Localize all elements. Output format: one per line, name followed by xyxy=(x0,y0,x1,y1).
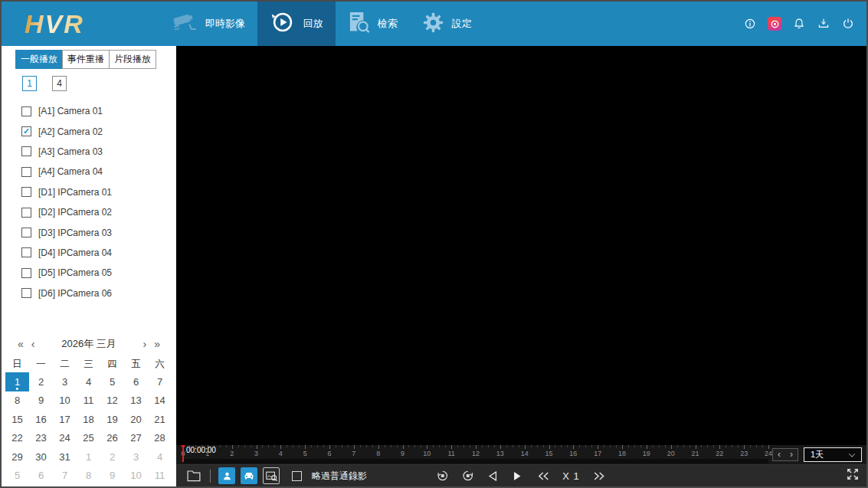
calendar-day[interactable]: 24 xyxy=(53,429,77,448)
camera-checkbox[interactable] xyxy=(21,106,31,116)
seek-forward-circle-icon[interactable] xyxy=(461,470,473,482)
camera-item[interactable]: [D5] IPCamera 05 xyxy=(2,263,176,283)
play-button[interactable] xyxy=(511,470,522,482)
calendar-day[interactable]: 20 xyxy=(124,410,148,429)
calendar-day[interactable]: 4 xyxy=(148,447,172,467)
calendar-day[interactable]: 9 xyxy=(100,467,124,486)
camera-checkbox[interactable] xyxy=(21,268,31,278)
fast-forward-button[interactable] xyxy=(593,470,607,482)
camera-checkbox[interactable] xyxy=(21,167,31,177)
reverse-play-button[interactable] xyxy=(486,470,498,482)
calendar-day[interactable]: 25 xyxy=(77,429,100,448)
layout-1-button[interactable]: 1 xyxy=(22,76,37,91)
calendar-day[interactable]: 30 xyxy=(29,447,53,467)
calendar-day[interactable]: 27 xyxy=(124,429,148,448)
nav-search[interactable]: 檢索 xyxy=(336,2,410,46)
calendar-day[interactable]: 7 xyxy=(148,372,172,391)
timeline-next-button[interactable]: › xyxy=(785,449,798,460)
calendar-day[interactable]: 23 xyxy=(29,429,53,448)
camera-item[interactable]: [D2] IPCamera 02 xyxy=(2,202,176,222)
layout-4-button[interactable]: 4 xyxy=(52,76,67,91)
calendar-day[interactable]: 1 xyxy=(77,447,100,467)
video-display-pane[interactable] xyxy=(176,46,866,445)
camera-checkbox[interactable] xyxy=(21,187,31,197)
calendar-day[interactable]: 6 xyxy=(124,372,148,391)
calendar-day[interactable]: 6 xyxy=(29,467,53,486)
calendar-day[interactable]: 8 xyxy=(77,467,100,486)
image-search-button[interactable] xyxy=(263,467,280,484)
camera-checkbox[interactable] xyxy=(21,208,31,218)
tab-event-replay[interactable]: 事件重播 xyxy=(62,50,110,69)
person-filter-button[interactable] xyxy=(218,467,235,484)
calendar-day[interactable]: 18 xyxy=(77,410,100,429)
calendar-day[interactable]: 31 xyxy=(53,447,77,467)
seek-back-circle-icon[interactable] xyxy=(436,470,448,482)
camera-checkbox[interactable] xyxy=(21,228,31,237)
camera-item[interactable]: [D4] IPCamera 04 xyxy=(2,243,176,263)
fullscreen-button[interactable] xyxy=(847,468,859,483)
calendar-day[interactable]: 7 xyxy=(53,467,77,486)
calendar-day[interactable]: 2 xyxy=(100,447,124,467)
calendar-day[interactable]: 22 xyxy=(5,429,29,448)
calendar-day[interactable]: 2 xyxy=(29,372,53,391)
camera-checkbox[interactable] xyxy=(21,288,31,298)
calendar-day[interactable]: 19 xyxy=(100,410,124,429)
power-icon[interactable] xyxy=(840,16,856,31)
info-icon[interactable] xyxy=(742,16,758,31)
prev-month-button[interactable]: ‹ xyxy=(28,336,39,352)
tab-clip-playback[interactable]: 片段播放 xyxy=(109,50,156,69)
calendar-day[interactable]: 11 xyxy=(77,391,100,411)
tab-normal-playback[interactable]: 一般播放 xyxy=(15,50,63,69)
camera-item[interactable]: [D6] IPCamera 06 xyxy=(2,283,176,303)
calendar-day[interactable]: 1 xyxy=(5,372,29,391)
fast-backward-button[interactable] xyxy=(536,470,549,482)
camera-item[interactable]: [D1] IPCamera 01 xyxy=(2,182,176,202)
camera-checkbox[interactable]: ✓ xyxy=(21,126,31,136)
camera-checkbox[interactable] xyxy=(21,146,31,156)
notification-bell-icon[interactable] xyxy=(791,16,807,31)
playback-speed-label[interactable]: X 1 xyxy=(562,470,580,482)
timeline-prev-button[interactable]: ‹ xyxy=(773,449,785,460)
timeline-hour-label: 4 xyxy=(279,450,283,457)
camera-item[interactable]: [D3] IPCamera 03 xyxy=(2,222,176,242)
calendar-day[interactable]: 11 xyxy=(148,467,172,486)
record-indicator-icon[interactable] xyxy=(767,16,782,31)
skip-normal-recording-checkbox[interactable] xyxy=(292,471,302,481)
timeline-playhead[interactable] xyxy=(182,445,184,462)
next-year-button[interactable]: » xyxy=(150,336,164,352)
calendar-day[interactable]: 5 xyxy=(5,467,29,486)
vehicle-filter-button[interactable] xyxy=(241,467,257,484)
camera-item[interactable]: [A4] Camera 04 xyxy=(2,162,176,182)
nav-playback[interactable]: 回放 xyxy=(257,2,336,46)
timeline-range-select[interactable]: 1天 xyxy=(804,447,862,462)
calendar-day[interactable]: 10 xyxy=(53,391,77,411)
nav-settings[interactable]: 設定 xyxy=(410,2,484,46)
calendar-day[interactable]: 4 xyxy=(77,372,100,391)
search-records-icon xyxy=(348,11,370,38)
calendar-day[interactable]: 3 xyxy=(53,372,77,391)
calendar-day[interactable]: 28 xyxy=(148,429,172,448)
camera-checkbox[interactable] xyxy=(21,247,31,257)
calendar-day[interactable]: 8 xyxy=(5,391,29,411)
calendar-day[interactable]: 21 xyxy=(148,410,172,429)
camera-item[interactable]: ✓[A2] Camera 02 xyxy=(2,121,176,141)
calendar-day[interactable]: 14 xyxy=(148,391,172,411)
calendar-day[interactable]: 16 xyxy=(29,410,53,429)
download-icon[interactable] xyxy=(816,16,831,31)
calendar-day[interactable]: 5 xyxy=(100,372,124,391)
calendar-day[interactable]: 10 xyxy=(124,467,148,486)
calendar-day[interactable]: 17 xyxy=(53,410,77,429)
camera-item[interactable]: [A3] Camera 03 xyxy=(2,142,176,162)
calendar-day[interactable]: 9 xyxy=(29,391,53,411)
calendar-day[interactable]: 12 xyxy=(100,391,124,411)
calendar-day[interactable]: 26 xyxy=(100,429,124,448)
calendar-day[interactable]: 15 xyxy=(5,410,29,429)
next-month-button[interactable]: › xyxy=(139,336,151,352)
nav-live-view[interactable]: 即時影像 xyxy=(161,2,257,46)
camera-item[interactable]: [A1] Camera 01 xyxy=(2,101,176,121)
calendar-day[interactable]: 13 xyxy=(124,391,148,411)
calendar-day[interactable]: 29 xyxy=(5,447,29,467)
folder-icon[interactable] xyxy=(185,467,202,484)
prev-year-button[interactable]: « xyxy=(14,336,28,352)
calendar-day[interactable]: 3 xyxy=(124,447,148,467)
